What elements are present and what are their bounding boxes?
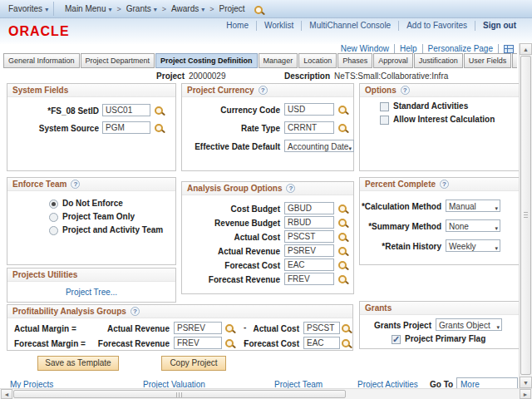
lookup-icon[interactable]	[338, 274, 349, 285]
rate-type-input[interactable]: CRRNT	[284, 121, 334, 134]
dropdown-arrow-icon: ▾	[495, 203, 498, 214]
scroll-up-icon[interactable]: ▲	[520, 43, 532, 55]
breadcrumb-grants[interactable]: Grants▾	[126, 4, 157, 13]
actual-revenue-input[interactable]: PSREV	[284, 244, 334, 257]
section-title: Enforce Team	[12, 180, 66, 189]
link-personalize-page[interactable]: Personalize Page	[423, 44, 499, 53]
tab-approval[interactable]: Approval	[373, 53, 413, 68]
field-label-rate-type: Rate Type	[241, 122, 280, 135]
setid-input[interactable]: USC01	[102, 104, 150, 116]
scroll-left-icon[interactable]: ◄	[1, 389, 12, 399]
breadcrumb-search-icon[interactable]	[254, 5, 265, 16]
tab-phases[interactable]: Phases	[337, 53, 372, 68]
vertical-scrollbar-thumb[interactable]	[520, 56, 531, 375]
project-value: 20000029	[189, 71, 226, 81]
allow-interest-calculation-checkbox[interactable]	[380, 116, 389, 125]
lookup-icon[interactable]	[338, 260, 349, 271]
system-source-input[interactable]: PGM	[102, 121, 150, 134]
lookup-icon[interactable]	[338, 246, 349, 257]
help-icon[interactable]: ?	[131, 307, 140, 316]
favorites-menu[interactable]: Favorites▾	[8, 0, 48, 17]
vertical-scrollbar[interactable]: ▲ ▼	[519, 43, 532, 388]
tab-user-fields[interactable]: User Fields	[464, 53, 512, 68]
lookup-icon[interactable]	[338, 105, 349, 116]
tab-project-department[interactable]: Project Department	[81, 53, 155, 68]
calculation-method-select[interactable]: Manual ▾	[446, 200, 500, 212]
lookup-icon[interactable]	[155, 123, 165, 134]
link-sign-out[interactable]: Sign out	[475, 21, 524, 31]
project-team-only-radio[interactable]	[49, 213, 58, 222]
currency-code-input[interactable]: USD	[284, 103, 334, 116]
lookup-icon[interactable]	[338, 232, 349, 243]
selected-value: Accounting Date	[288, 142, 348, 151]
project-primary-flag-checkbox[interactable]	[392, 335, 401, 344]
link-help[interactable]: Help	[395, 44, 423, 53]
lookup-icon[interactable]	[225, 323, 236, 334]
tab-justification[interactable]: Justification	[414, 53, 463, 68]
actual-revenue-input[interactable]: PSREV	[174, 322, 222, 334]
lookup-icon[interactable]	[338, 123, 349, 134]
tab-general-information[interactable]: General Information	[3, 53, 80, 68]
horizontal-scrollbar-thumb[interactable]	[13, 390, 346, 398]
link-add-to-favorites[interactable]: Add to Favorites	[399, 21, 475, 31]
lookup-icon[interactable]	[342, 323, 352, 334]
project-and-activity-team-radio[interactable]	[49, 226, 58, 235]
scroll-right-icon[interactable]: ►	[520, 389, 531, 399]
tab-manager[interactable]: Manager	[259, 53, 298, 68]
lookup-icon[interactable]	[225, 338, 236, 349]
chevron-down-icon: ▾	[45, 6, 48, 13]
forecast-revenue-input[interactable]: FREV	[284, 273, 334, 285]
thumb-grip	[524, 212, 528, 218]
tab-project-costing-definition[interactable]: Project Costing Definition	[155, 53, 258, 68]
lookup-icon[interactable]	[338, 218, 349, 229]
field-label-summary-method: *Summary Method	[368, 220, 441, 233]
breadcrumb-main-menu[interactable]: Main Menu▾	[65, 4, 111, 13]
help-icon[interactable]: ?	[71, 180, 80, 189]
do-not-enforce-radio[interactable]	[49, 200, 58, 209]
summary-method-select[interactable]: None ▾	[446, 219, 500, 232]
lookup-icon[interactable]	[342, 338, 352, 349]
field-label-revenue-budget: Revenue Budget	[214, 217, 280, 229]
dropdown-arrow-icon: ▾	[496, 322, 500, 332]
tab-location[interactable]: Location	[298, 53, 337, 68]
help-icon[interactable]: ?	[286, 184, 295, 193]
field-label-forecast-cost: Forecast Cost	[224, 259, 280, 272]
chevron-down-icon: ▾	[201, 6, 204, 13]
help-icon[interactable]: ?	[440, 180, 449, 189]
scroll-down-icon[interactable]: ▼	[520, 377, 532, 388]
help-icon[interactable]: ?	[401, 86, 410, 95]
cost-budget-input[interactable]: GBUD	[284, 202, 334, 214]
link-multichannel-console[interactable]: MultiChannel Console	[302, 21, 399, 31]
lookup-icon[interactable]	[155, 106, 165, 116]
breadcrumb-separator-icon: >	[116, 5, 121, 13]
tab-rates[interactable]: Rates	[512, 53, 517, 68]
link-worklist[interactable]: Worklist	[257, 21, 302, 31]
chevron-down-icon: ▾	[154, 6, 157, 13]
breadcrumb-awards[interactable]: Awards▾	[171, 4, 204, 13]
forecast-cost-input[interactable]: EAC	[303, 337, 340, 349]
revenue-budget-input[interactable]: RBUD	[284, 216, 334, 229]
selected-value: None	[449, 222, 469, 231]
horizontal-scrollbar[interactable]: ◄ ►	[0, 388, 532, 399]
field-label-forecast-revenue: Forecast Revenue	[98, 337, 170, 350]
effective-date-default-select[interactable]: Accounting Date ▾	[284, 140, 354, 152]
lookup-icon[interactable]	[338, 204, 349, 214]
help-icon[interactable]: ?	[259, 86, 268, 95]
personalize-layout-icon[interactable]	[504, 45, 514, 53]
dropdown-arrow-icon: ▾	[495, 223, 498, 234]
grants-project-select[interactable]: Grants Object ▾	[436, 318, 502, 331]
standard-activities-checkbox[interactable]	[380, 102, 389, 111]
forecast-cost-input[interactable]: EAC	[284, 259, 334, 271]
section-analysis-group-options: Analysis Group Options? Cost Budget GBUD…	[181, 181, 354, 294]
actual-cost-input[interactable]: PSCST	[303, 322, 340, 334]
link-home[interactable]: Home	[219, 21, 257, 31]
link-new-window[interactable]: New Window	[336, 44, 395, 53]
divider	[53, 2, 54, 16]
breadcrumb-project[interactable]: Project	[219, 4, 245, 13]
save-as-template-button[interactable]: Save as Template	[37, 356, 119, 371]
actual-cost-input[interactable]: PSCST	[284, 230, 334, 243]
copy-project-button[interactable]: Copy Project	[161, 356, 226, 371]
retain-history-select[interactable]: Weekly ▾	[446, 239, 500, 252]
forecast-revenue-input[interactable]: FREV	[174, 337, 222, 349]
project-tree-link[interactable]: Project Tree...	[7, 288, 175, 297]
